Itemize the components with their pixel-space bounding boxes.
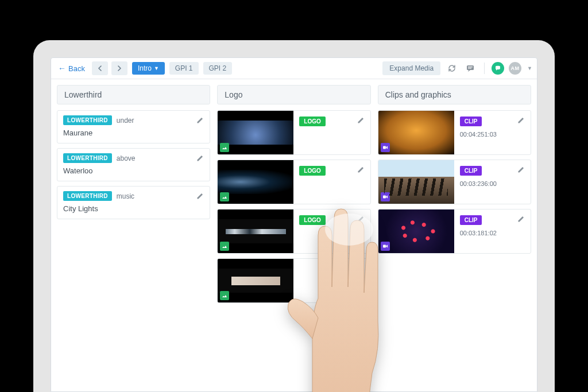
history-prev-button[interactable] — [92, 61, 108, 75]
column-lowerthird-title: Lowerthird — [64, 90, 102, 99]
pencil-icon — [357, 265, 365, 272]
tab-gpi2[interactable]: GPI 2 — [203, 62, 233, 75]
media-thumbnail — [218, 259, 293, 302]
edit-button[interactable] — [517, 117, 525, 124]
svg-rect-2 — [468, 68, 471, 68]
pencil-icon — [357, 117, 365, 124]
clip-badge: CLIP — [460, 215, 482, 225]
clip-badge: CLIP — [460, 117, 482, 126]
svg-rect-0 — [467, 65, 474, 70]
clip-card[interactable]: CLIP 00:03:236:00 — [378, 160, 531, 204]
media-meta: LOGO — [293, 160, 370, 204]
column-logo-body: LOGO — [217, 110, 370, 303]
logo-badge: LOGO — [299, 117, 325, 126]
clip-timecode: 00:03:236:00 — [460, 180, 525, 187]
image-type-icon — [220, 143, 229, 152]
image-type-icon — [220, 291, 229, 300]
app-window: ← Back Intro ▼ GPI 1 GPI 2 — [51, 57, 537, 392]
edit-button[interactable] — [517, 215, 525, 223]
toolbar: ← Back Intro ▼ GPI 1 GPI 2 — [51, 58, 537, 79]
chevron-right-icon — [117, 65, 122, 71]
column-lowerthird: Lowerthird LOWERTHIRD under Maurane — [57, 85, 210, 391]
edit-button[interactable] — [196, 117, 204, 124]
media-meta: LOGO — [293, 111, 370, 154]
status-indicator[interactable] — [492, 62, 504, 75]
lowerthird-card[interactable]: LOWERTHIRD music City Lights — [57, 186, 210, 219]
chat-bubble-icon — [494, 65, 501, 72]
sync-icon — [447, 64, 457, 73]
expand-media-button[interactable]: Expand Media — [382, 61, 440, 75]
caret-down-icon: ▼ — [154, 65, 159, 71]
media-thumbnail — [378, 160, 454, 204]
svg-rect-4 — [383, 146, 386, 149]
media-thumbnail — [218, 209, 293, 253]
edit-button[interactable] — [357, 215, 365, 223]
column-lowerthird-body: LOWERTHIRD under Maurane LOWERTHIRD abov… — [57, 110, 210, 219]
logo-card[interactable]: LOGO — [217, 160, 370, 204]
lowerthird-variant: music — [117, 192, 134, 200]
clip-timecode: 00:03:181:02 — [460, 230, 525, 236]
history-nav — [92, 61, 127, 75]
video-type-icon — [381, 143, 390, 152]
pencil-icon — [357, 215, 365, 223]
lowerthird-variant: under — [117, 117, 134, 125]
pencil-icon — [357, 166, 365, 173]
edit-button[interactable] — [517, 166, 525, 173]
column-clips-body: CLIP 00:04:251:03 — [378, 110, 531, 254]
tab-gpi1[interactable]: GPI 1 — [169, 62, 199, 75]
svg-rect-5 — [383, 196, 386, 199]
lowerthird-variant: above — [117, 154, 136, 162]
clip-timecode: 00:04:251:03 — [460, 131, 525, 138]
column-lowerthird-header: Lowerthird — [57, 85, 210, 104]
avatar-initials: AM — [511, 65, 520, 71]
edit-button[interactable] — [357, 265, 365, 272]
edit-button[interactable] — [196, 192, 204, 200]
edit-button[interactable] — [196, 154, 204, 162]
clip-badge: CLIP — [460, 166, 482, 176]
chevron-left-icon — [98, 65, 102, 71]
user-avatar[interactable]: AM — [509, 62, 521, 75]
media-meta: LOGO — [293, 209, 370, 253]
lowerthird-card[interactable]: LOWERTHIRD above Waterloo — [57, 148, 210, 181]
toolbar-divider — [484, 63, 485, 74]
lowerthird-title: Waterloo — [63, 166, 204, 175]
column-clips-title: Clips and graphics — [385, 90, 451, 99]
column-logo: Logo LOGO — [217, 85, 370, 391]
edit-button[interactable] — [357, 117, 365, 124]
comments-button[interactable] — [463, 61, 477, 75]
logo-card[interactable]: LOGO — [217, 110, 370, 155]
pencil-icon — [196, 154, 204, 162]
lowerthird-title: City Lights — [63, 204, 204, 213]
back-label: Back — [68, 64, 85, 73]
pencil-icon — [517, 166, 525, 173]
lowerthird-title: Maurane — [63, 129, 204, 137]
video-type-icon — [381, 192, 390, 201]
pencil-icon — [517, 117, 525, 124]
pencil-icon — [517, 215, 525, 223]
tab-intro[interactable]: Intro ▼ — [132, 62, 165, 75]
tab-gpi2-label: GPI 2 — [209, 64, 227, 72]
back-button[interactable]: ← Back — [56, 62, 87, 75]
lowerthird-badge: LOWERTHIRD — [63, 191, 112, 201]
chat-icon — [466, 64, 475, 73]
svg-rect-3 — [222, 145, 227, 150]
video-type-icon — [381, 242, 390, 251]
clip-card[interactable]: CLIP 00:03:181:02 — [378, 209, 531, 254]
clip-card[interactable]: CLIP 00:04:251:03 — [378, 110, 531, 155]
sync-button[interactable] — [445, 61, 459, 75]
tab-intro-label: Intro — [138, 64, 152, 72]
image-type-icon — [220, 242, 229, 251]
lowerthird-card[interactable]: LOWERTHIRD under Maurane — [57, 110, 210, 143]
edit-button[interactable] — [357, 166, 365, 173]
logo-card[interactable] — [217, 258, 370, 303]
history-next-button[interactable] — [111, 61, 127, 75]
user-menu-caret[interactable]: ▼ — [527, 65, 532, 71]
media-thumbnail — [218, 111, 293, 154]
svg-rect-1 — [468, 67, 473, 67]
media-thumbnail — [218, 160, 293, 204]
logo-badge: LOGO — [299, 166, 325, 176]
arrow-left-icon: ← — [58, 64, 66, 72]
logo-card[interactable]: LOGO — [217, 209, 370, 254]
logo-badge: LOGO — [299, 215, 325, 225]
expand-media-label: Expand Media — [389, 64, 434, 72]
